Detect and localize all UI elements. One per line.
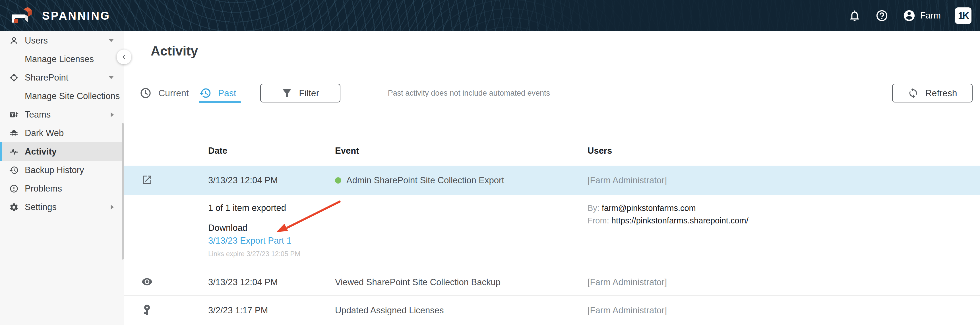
row-date: 3/13/23 12:04 PM [208,175,335,186]
download-label: Download [208,222,247,234]
section-divider [124,124,980,124]
sidebar-item-label: Problems [25,183,62,194]
tab-past[interactable]: Past [199,87,236,99]
pulse-icon [9,147,19,156]
top-navbar: SPANNING Farm 1K [0,0,980,31]
sidebar-item-manage-licenses[interactable]: Manage Licenses [0,50,124,68]
sidebar-item-users[interactable]: Users [0,31,124,50]
export-by-line: By: farm@pinkstonfarms.com [587,202,696,214]
tab-current-label: Current [158,88,189,99]
row-date: 3/2/23 1:17 PM [208,305,335,315]
bell-icon[interactable] [848,9,861,22]
account-menu[interactable]: Farm [903,9,941,22]
filter-button[interactable]: Filter [260,84,340,102]
row-event: Admin SharePoint Site Collection Export [346,175,504,186]
export-summary: 1 of 1 item exported [208,202,286,214]
user-icon [9,36,19,46]
tab-current[interactable]: Current [139,87,189,99]
sidebar-collapse-button[interactable] [116,49,131,64]
column-header-date: Date [208,146,335,156]
wave-fade-decoration [0,0,980,31]
sidebar-item-teams[interactable]: Teams [0,105,124,124]
column-header-event: Event [335,146,587,156]
chevron-down-icon [109,76,114,79]
activity-page: Activity Current Past Filter [124,31,980,325]
alert-circle-icon [9,184,19,194]
table-row-viewed[interactable]: 3/13/23 12:04 PM Viewed SharePoint Site … [124,269,980,295]
chevron-down-icon [109,39,114,42]
account-label: Farm [920,11,941,21]
sidebar-item-label: Manage Licenses [25,54,94,64]
download-link[interactable]: 3/13/23 Export Part 1 [208,235,291,247]
status-dot [335,177,341,183]
gear-icon [9,202,19,212]
from-label: From: [587,216,609,225]
help-icon[interactable] [875,9,888,22]
refresh-button[interactable]: Refresh [892,84,973,102]
table-header-row: Date Event Users [124,143,980,159]
sidebar-item-label: Dark Web [25,128,64,138]
sidebar-item-label: Settings [25,202,57,212]
clock-icon [139,87,152,99]
row-users: [Farm Administrator] [587,305,980,315]
brand-name: SPANNING [42,10,110,22]
spanning-logo-icon [8,6,35,25]
chevron-right-icon [111,112,114,117]
export-icon [142,174,153,186]
history-icon [199,87,212,99]
eye-icon [142,276,153,287]
sidebar-item-label: Users [25,35,48,46]
sidebar: Users Manage Licenses SharePoint Manage … [0,31,124,325]
row-date: 3/13/23 12:04 PM [208,277,335,287]
sidebar-item-label: Backup History [25,165,84,175]
sidebar-item-dark-web[interactable]: Dark Web [0,124,124,142]
chevron-left-icon [121,54,127,60]
account-icon [903,9,916,22]
sidebar-item-manage-site-collections[interactable]: Manage Site Collections [0,87,124,105]
by-label: By: [587,204,600,213]
by-value: farm@pinkstonfarms.com [602,204,696,213]
funnel-icon [281,88,293,99]
refresh-icon [907,88,919,99]
refresh-button-label: Refresh [925,88,957,99]
brand: SPANNING [8,6,110,25]
sidebar-item-backup-history[interactable]: Backup History [0,161,124,179]
export-from-line: From: https://pinkstonfarms.sharepoint.c… [587,215,749,226]
table-row-export[interactable]: 3/13/23 12:04 PM Admin SharePoint Site C… [124,166,980,195]
history-icon [9,165,19,175]
sharepoint-icon [9,73,19,83]
active-tab-underline [199,101,241,103]
automated-events-note: Past activity does not include automated… [388,89,550,97]
row-event: Viewed SharePoint Site Collection Backup [335,277,501,287]
links-expiry-note: Links expire 3/27/23 12:05 PM [208,249,300,259]
filter-button-label: Filter [299,88,319,99]
sidebar-item-sharepoint[interactable]: SharePoint [0,68,124,87]
row-users: [Farm Administrator] [587,175,980,186]
kaseya-logo[interactable]: 1K [955,7,972,24]
from-value: https://pinkstonfarms.sharepoint.com/ [611,216,749,225]
sidebar-item-activity[interactable]: Activity [0,142,124,161]
key-icon [142,304,153,315]
tab-past-label: Past [218,88,236,99]
sidebar-item-label: Manage Site Collections [25,91,120,101]
sidebar-scrollbar[interactable] [122,123,124,260]
spy-icon [9,128,19,138]
sidebar-item-label: Activity [25,147,57,157]
teams-icon [9,110,19,119]
sidebar-item-settings[interactable]: Settings [0,198,124,216]
wave-pattern-decoration [0,0,980,31]
sidebar-item-label: Teams [25,110,51,120]
page-title: Activity [151,43,198,59]
activity-toolbar: Current Past Filter Past activity does n… [139,84,973,102]
column-header-users: Users [587,146,980,156]
chevron-right-icon [111,205,114,210]
sidebar-item-problems[interactable]: Problems [0,179,124,198]
table-row-licenses[interactable]: 3/2/23 1:17 PM Updated Assigned Licenses… [124,296,980,325]
row-users: [Farm Administrator] [587,277,980,287]
header-actions: Farm 1K [848,7,972,24]
kaseya-logo-text: 1K [958,10,968,21]
spanning-admin-app: SPANNING Farm 1K Users [0,0,980,325]
sidebar-item-label: SharePoint [25,73,68,83]
row-event: Updated Assigned Licenses [335,305,444,315]
